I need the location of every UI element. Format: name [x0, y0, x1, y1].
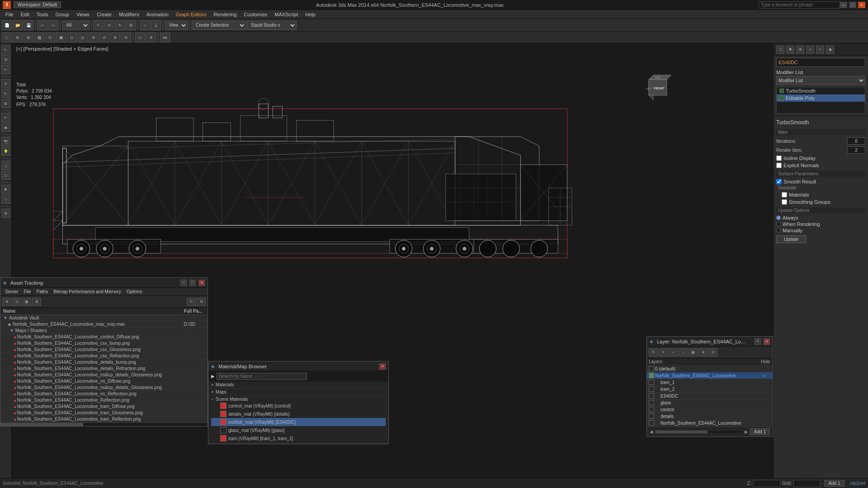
- view-select[interactable]: View: [165, 21, 188, 30]
- layer-row-tram2[interactable]: tram_2: [647, 386, 773, 393]
- maximize-button[interactable]: □: [849, 2, 856, 8]
- snap-toggle[interactable]: ⊹: [140, 20, 150, 30]
- turbos-iterations-input[interactable]: [847, 137, 865, 145]
- menu-rendering[interactable]: Rendering: [210, 11, 241, 18]
- asset-menu-options[interactable]: Options: [124, 289, 145, 295]
- layer-row-details[interactable]: details: [647, 413, 773, 420]
- menu-tools[interactable]: Tools: [33, 11, 52, 18]
- mat-maps-header[interactable]: + Maps: [211, 389, 386, 394]
- menu-views[interactable]: Views: [73, 11, 93, 18]
- turbos-render-radio[interactable]: [776, 222, 781, 226]
- lt-select[interactable]: ↖: [1, 45, 10, 54]
- at-btn3[interactable]: ▦: [22, 298, 31, 306]
- layer-close[interactable]: ✕: [764, 338, 770, 345]
- minimize-button[interactable]: ─: [840, 2, 847, 8]
- new-btn[interactable]: 📄: [2, 20, 12, 30]
- tb2-btn10[interactable]: ⊘: [99, 33, 109, 42]
- turbos-materials-check[interactable]: [782, 192, 787, 197]
- lt-scale[interactable]: ⊞: [1, 99, 10, 108]
- menu-create[interactable]: Create: [93, 11, 115, 18]
- turbos-manually-radio[interactable]: [776, 228, 781, 233]
- rp-icon-6[interactable]: ◉: [826, 46, 834, 54]
- lt-shape[interactable]: ⬠: [1, 171, 10, 180]
- rp-icon-5[interactable]: ☆: [816, 46, 824, 54]
- grid-input[interactable]: [793, 480, 821, 487]
- lt-geom[interactable]: △: [1, 161, 10, 170]
- select-mode[interactable]: All: [62, 21, 90, 30]
- menu-customize[interactable]: Customize: [240, 11, 271, 18]
- mod-turbosm[interactable]: TurboSmooth: [777, 87, 865, 94]
- rotate-tool[interactable]: ↻: [115, 20, 125, 30]
- save-btn[interactable]: 💾: [24, 20, 33, 30]
- layer-scrollbar[interactable]: [655, 430, 743, 434]
- mod-edpoly[interactable]: Editable Poly: [777, 94, 865, 102]
- lt-light[interactable]: 💡: [1, 147, 10, 156]
- layer-row-ns[interactable]: Norfolk_Southern_ES44AC_Locomotive ✓: [647, 372, 773, 379]
- layer-btn2[interactable]: ✕: [659, 348, 668, 357]
- tb2-btn5[interactable]: ⊡: [45, 33, 55, 42]
- layer-row-ns2[interactable]: Norfolk_Southern_ES44AC_Locomotive: [647, 420, 773, 427]
- mat-item-tram[interactable]: tram (VRayMtl) [tram_1, tram_2]: [211, 434, 386, 442]
- mat-item-control[interactable]: control_mat (VRayMtl) [control]: [211, 402, 386, 410]
- object-name-input[interactable]: [776, 58, 865, 67]
- tb2-btn12[interactable]: ⊜: [121, 33, 131, 42]
- turbos-smoothing-check[interactable]: [782, 199, 787, 205]
- turbos-smooth-check[interactable]: [776, 179, 782, 184]
- turbos-isoline-check[interactable]: [776, 155, 782, 161]
- menu-help[interactable]: Help: [302, 11, 319, 18]
- asset-maximize[interactable]: □: [189, 280, 196, 286]
- layer-row-tram1[interactable]: tram_1: [647, 379, 773, 386]
- menu-animation[interactable]: Animation: [143, 11, 172, 18]
- tb2-btn6[interactable]: ▣: [56, 33, 66, 42]
- tb2-btn3[interactable]: ⊞: [24, 33, 33, 42]
- lt-camera[interactable]: 📷: [1, 137, 10, 146]
- mat-item-details[interactable]: details_mat (VRayMtl) [details]: [211, 410, 386, 418]
- menu-maxscript[interactable]: MAXScript: [271, 11, 302, 18]
- select-tool[interactable]: ↖: [94, 20, 104, 30]
- mat-item-glass[interactable]: glass_mat (VRayMtl) [glass]: [211, 426, 386, 434]
- tb2-btn14[interactable]: ⏸: [146, 33, 156, 42]
- mat-item-es40dc[interactable]: es40dc_mat (VRayMtl) [ES40DC]: [211, 418, 386, 426]
- at-btn2[interactable]: ⊡: [12, 298, 21, 306]
- layer-btn4[interactable]: ⬦: [679, 348, 688, 357]
- layer-scroll-thumb[interactable]: [656, 431, 708, 433]
- workspace-button[interactable]: Workspace: Default: [14, 1, 61, 8]
- rp-icon-4[interactable]: ⊹: [806, 46, 814, 54]
- menu-edit[interactable]: Edit: [17, 11, 33, 18]
- scale-tool[interactable]: ⊞: [126, 20, 136, 30]
- mat-materials-header[interactable]: + Materials: [211, 382, 386, 387]
- tb2-btn8[interactable]: ◎: [78, 33, 88, 42]
- tb2-btn7[interactable]: ⊙: [67, 33, 77, 42]
- asset-hscroll-thumb[interactable]: [0, 423, 83, 426]
- mat-close[interactable]: ✕: [379, 363, 386, 370]
- turbos-always-radio[interactable]: [776, 216, 781, 220]
- asset-menu-bitmap[interactable]: Bitmap Performance and Memory: [51, 289, 124, 295]
- create-selection[interactable]: Create Selection: [192, 21, 246, 30]
- move-tool[interactable]: ✛: [104, 20, 114, 30]
- tb2-btn9[interactable]: ⊗: [89, 33, 99, 42]
- lt-space[interactable]: ☆: [1, 195, 10, 204]
- lt-unlink[interactable]: ✂: [1, 65, 10, 74]
- tb2-btn11[interactable]: ⊛: [110, 33, 120, 42]
- layer-btn6[interactable]: ⊕: [698, 348, 708, 357]
- tb2-anim[interactable]: ⏭: [160, 33, 170, 42]
- angle-snap[interactable]: ∠: [151, 20, 161, 30]
- layer-btn7[interactable]: ⊡: [708, 348, 717, 357]
- undo-btn[interactable]: ↩: [38, 20, 47, 30]
- menu-group[interactable]: Group: [52, 11, 73, 18]
- asset-minimize[interactable]: ─: [180, 280, 187, 286]
- lt-paint[interactable]: ✏: [1, 113, 10, 122]
- lt-link[interactable]: ⛓: [1, 55, 10, 64]
- asset-menu-paths[interactable]: Paths: [34, 289, 51, 295]
- layer-row-default[interactable]: 0 (default): [647, 366, 773, 372]
- at-settings[interactable]: ⚙: [197, 298, 206, 306]
- layer-row-glass[interactable]: glass: [647, 399, 773, 406]
- search-input[interactable]: [759, 1, 840, 9]
- tb2-btn13[interactable]: ▷: [135, 33, 145, 42]
- lt-rotate[interactable]: ↻: [1, 89, 10, 98]
- layer-btn1[interactable]: ↻: [649, 348, 658, 357]
- asset-close[interactable]: ✕: [198, 280, 205, 286]
- asset-menu-server[interactable]: Server: [2, 289, 21, 295]
- layer-help[interactable]: ?: [755, 338, 761, 345]
- asset-menu-file[interactable]: File: [21, 289, 33, 295]
